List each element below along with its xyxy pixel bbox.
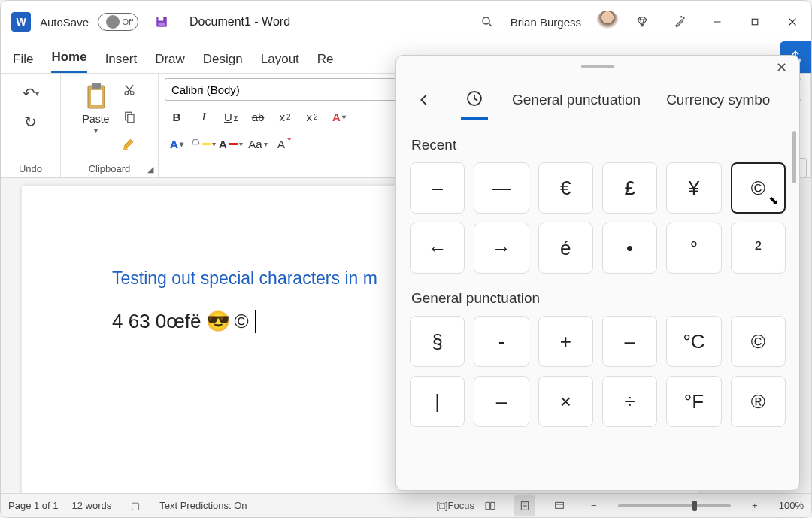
svg-rect-2 [159, 23, 165, 26]
tab-insert[interactable]: Insert [105, 52, 138, 73]
clipboard-group-label: Clipboard [89, 160, 131, 176]
bold-button[interactable]: B [165, 105, 189, 128]
general-symbol-cell[interactable]: × [538, 376, 593, 427]
tab-general-punctuation[interactable]: General punctuation [511, 87, 642, 113]
text-outline-button[interactable]: A ▾ [165, 132, 189, 155]
svg-rect-17 [128, 114, 134, 123]
strikethrough-button[interactable]: ab [246, 105, 270, 128]
focus-label: Focus [448, 500, 474, 511]
status-spelling-icon[interactable]: ▢ [125, 495, 146, 516]
tab-file[interactable]: File [13, 52, 33, 73]
autosave-label: AutoSave [40, 16, 89, 29]
general-symbol-cell[interactable]: – [474, 376, 529, 427]
section-general-title: General punctuation [411, 290, 786, 307]
zoom-slider[interactable] [618, 504, 731, 507]
svg-point-3 [483, 17, 489, 24]
focus-mode-button[interactable]: [□] Focus [445, 495, 466, 516]
recent-symbol-cell[interactable]: £ [602, 162, 657, 214]
user-avatar[interactable] [596, 11, 619, 33]
cut-button[interactable] [118, 80, 141, 101]
recent-symbol-cell[interactable]: → [474, 223, 529, 274]
general-symbol-cell[interactable]: °F [666, 376, 721, 427]
zoom-slider-thumb[interactable] [692, 501, 697, 511]
general-symbol-cell[interactable]: – [602, 316, 657, 367]
recent-symbols-grid: –—€£¥©⬊←→é•°² [410, 162, 786, 274]
general-symbol-cell[interactable]: °C [666, 316, 721, 367]
underline-button[interactable]: U ▾ [219, 105, 243, 128]
minimize-button[interactable] [703, 8, 732, 36]
paste-label: Paste [83, 113, 110, 125]
general-symbol-cell[interactable]: | [410, 376, 465, 427]
recent-symbol-cell[interactable]: ² [731, 223, 786, 274]
save-button[interactable] [147, 8, 176, 36]
recent-symbol-cell[interactable]: ©⬊ [731, 162, 786, 214]
recent-symbol-cell[interactable]: ← [410, 223, 465, 274]
recent-symbol-cell[interactable]: ° [666, 223, 721, 274]
emoji-sunglasses: 😎 [206, 310, 230, 333]
maximize-button[interactable] [741, 8, 769, 36]
recent-symbol-cell[interactable]: • [602, 223, 657, 274]
clipboard-dialog-launcher-icon[interactable]: ◢ [147, 165, 153, 174]
search-icon[interactable] [473, 8, 501, 36]
status-page[interactable]: Page 1 of 1 [8, 500, 59, 511]
status-word-count[interactable]: 12 words [72, 500, 112, 511]
superscript-button[interactable]: x2 [300, 105, 324, 128]
panel-back-button[interactable] [411, 80, 438, 120]
general-symbol-cell[interactable]: - [474, 316, 529, 367]
document-title: Document1 - Word [189, 15, 290, 29]
svg-line-4 [489, 23, 492, 26]
change-case-button[interactable]: Aa▾ [246, 132, 270, 155]
autosave-toggle[interactable]: Off [98, 13, 138, 31]
general-symbol-cell[interactable]: ÷ [602, 376, 657, 427]
recent-symbol-cell[interactable]: € [538, 162, 593, 214]
tab-references[interactable]: Re [317, 52, 334, 73]
copy-button[interactable] [118, 107, 141, 128]
ribbon-group-clipboard: Paste ▾ Clipboard ◢ [61, 74, 159, 177]
clear-formatting-button[interactable]: A✦ [273, 132, 297, 155]
zoom-in-button[interactable]: + [744, 495, 765, 516]
text-effects-button[interactable]: A▾ [327, 105, 351, 128]
recent-symbol-cell[interactable]: é [538, 223, 593, 274]
repeat-button[interactable]: ↻ [20, 111, 42, 132]
recent-symbol-cell[interactable]: ¥ [666, 162, 721, 214]
tab-layout[interactable]: Layout [261, 52, 299, 73]
italic-button[interactable]: I [192, 105, 216, 128]
font-color-button[interactable]: A▾ [219, 132, 243, 155]
symbol-panel-body: Recent –—€£¥©⬊←→é•°² General punctuation… [396, 123, 799, 490]
font-name-value: Calibri (Body) [171, 83, 240, 96]
recent-symbol-cell[interactable]: — [474, 162, 529, 214]
format-painter-button[interactable] [118, 134, 141, 155]
subscript-button[interactable]: x2 [273, 105, 297, 128]
change-case-label: Aa [248, 138, 262, 150]
general-symbol-cell[interactable]: § [410, 316, 465, 367]
symbol-panel-tabs: General punctuation Currency symbo [396, 77, 799, 123]
general-symbols-grid: §-+–°C©|–×÷°F® [410, 316, 786, 427]
status-text-predictions[interactable]: Text Predictions: On [159, 500, 247, 511]
premium-diamond-icon[interactable] [628, 8, 656, 36]
tab-home[interactable]: Home [51, 50, 86, 73]
print-layout-button[interactable] [514, 495, 535, 516]
recent-tab-icon[interactable] [461, 80, 488, 120]
web-layout-button[interactable] [549, 495, 570, 516]
general-symbol-cell[interactable]: ® [731, 376, 786, 427]
read-mode-button[interactable] [480, 495, 501, 516]
word-window: W AutoSave Off Document1 - Word Brian Bu… [0, 0, 812, 518]
magic-draw-icon[interactable] [665, 8, 694, 36]
tab-currency-symbols[interactable]: Currency symbo [665, 87, 771, 113]
highlight-button[interactable]: ▾ [192, 132, 216, 155]
zoom-out-button[interactable]: − [583, 495, 604, 516]
general-symbol-cell[interactable]: + [538, 316, 593, 367]
panel-close-button[interactable]: ✕ [771, 57, 792, 78]
close-button[interactable] [778, 8, 807, 36]
zoom-percent[interactable]: 100% [779, 500, 804, 511]
general-symbol-cell[interactable]: © [731, 316, 786, 367]
tab-design[interactable]: Design [203, 52, 243, 73]
symbol-panel-scrollbar[interactable] [792, 131, 796, 183]
ribbon-group-undo: ↶ ▾ ↻ Undo [1, 74, 61, 177]
symbol-panel-header[interactable]: ✕ [396, 56, 799, 77]
panel-drag-handle[interactable] [581, 65, 614, 68]
recent-symbol-cell[interactable]: – [410, 162, 465, 214]
undo-button[interactable]: ↶ ▾ [20, 83, 42, 104]
tab-draw[interactable]: Draw [155, 52, 185, 73]
paste-button[interactable]: Paste ▾ [78, 78, 114, 138]
